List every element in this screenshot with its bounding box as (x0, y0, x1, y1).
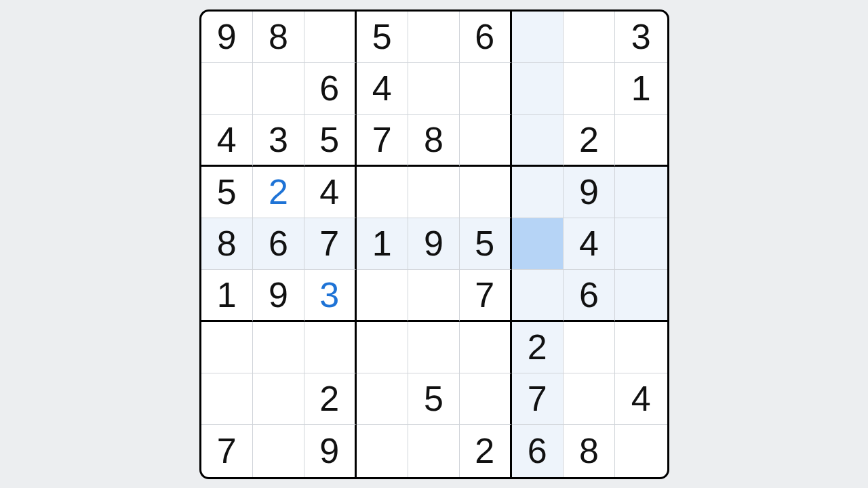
cell-r8-c7[interactable]: 7 (512, 373, 564, 425)
cell-r2-c3[interactable]: 6 (304, 63, 356, 115)
cell-r5-c7[interactable] (512, 218, 564, 270)
cell-r3-c4[interactable]: 7 (357, 115, 408, 166)
cell-r6-c6[interactable]: 7 (460, 270, 511, 321)
cell-r9-c2[interactable] (253, 425, 304, 476)
cell-r7-c5[interactable] (408, 322, 460, 373)
cell-r1-c6[interactable]: 6 (460, 12, 511, 63)
cell-r5-c6[interactable]: 5 (460, 218, 511, 270)
cell-r5-c3[interactable]: 7 (304, 218, 356, 270)
cell-r3-c3[interactable]: 5 (304, 115, 356, 166)
cell-r2-c9[interactable]: 1 (615, 63, 667, 115)
game-stage: 9856364143578252498671954193762257479268 (0, 0, 868, 488)
cell-r9-c9[interactable] (615, 425, 667, 476)
cell-r3-c5[interactable]: 8 (408, 115, 460, 166)
cell-r5-c4[interactable]: 1 (357, 218, 408, 270)
cell-r7-c7[interactable]: 2 (512, 322, 564, 373)
cell-r4-c2[interactable]: 2 (253, 167, 304, 218)
cell-r9-c8[interactable]: 8 (564, 425, 615, 476)
sudoku-board: 9856364143578252498671954193762257479268 (199, 9, 669, 479)
cell-r2-c1[interactable] (201, 63, 253, 115)
cell-r5-c2[interactable]: 6 (253, 218, 304, 270)
cell-r3-c7[interactable] (512, 115, 564, 166)
cell-r1-c5[interactable] (408, 12, 460, 63)
cell-r1-c8[interactable] (564, 12, 615, 63)
cell-r8-c6[interactable] (460, 373, 511, 425)
cell-r2-c2[interactable] (253, 63, 304, 115)
cell-r2-c7[interactable] (512, 63, 564, 115)
cell-r8-c3[interactable]: 2 (304, 373, 356, 425)
cell-r4-c3[interactable]: 4 (304, 167, 356, 218)
cell-r7-c4[interactable] (357, 322, 408, 373)
cell-r7-c8[interactable] (564, 322, 615, 373)
cell-r3-c6[interactable] (460, 115, 511, 166)
cell-r9-c6[interactable]: 2 (460, 425, 511, 476)
cell-r9-c4[interactable] (357, 425, 408, 476)
cell-r7-c2[interactable] (253, 322, 304, 373)
cell-r8-c9[interactable]: 4 (615, 373, 667, 425)
cell-r6-c1[interactable]: 1 (201, 270, 253, 321)
cell-r5-c5[interactable]: 9 (408, 218, 460, 270)
cell-r6-c7[interactable] (512, 270, 564, 321)
cell-r6-c3[interactable]: 3 (304, 270, 356, 321)
cell-r5-c9[interactable] (615, 218, 667, 270)
cell-r4-c6[interactable] (460, 167, 511, 218)
cell-r8-c2[interactable] (253, 373, 304, 425)
cell-r4-c4[interactable] (357, 167, 408, 218)
cell-r3-c8[interactable]: 2 (564, 115, 615, 166)
cell-r1-c3[interactable] (304, 12, 356, 63)
cell-r9-c7[interactable]: 6 (512, 425, 564, 476)
cell-r6-c4[interactable] (357, 270, 408, 321)
cell-r4-c7[interactable] (512, 167, 564, 218)
cell-r7-c3[interactable] (304, 322, 356, 373)
cell-r4-c8[interactable]: 9 (564, 167, 615, 218)
cell-r4-c5[interactable] (408, 167, 460, 218)
cell-r1-c4[interactable]: 5 (357, 12, 408, 63)
cell-r7-c1[interactable] (201, 322, 253, 373)
cell-r2-c4[interactable]: 4 (357, 63, 408, 115)
cell-r3-c9[interactable] (615, 115, 667, 166)
cell-r6-c5[interactable] (408, 270, 460, 321)
cell-r6-c8[interactable]: 6 (564, 270, 615, 321)
cell-r8-c5[interactable]: 5 (408, 373, 460, 425)
cell-r2-c5[interactable] (408, 63, 460, 115)
cell-r5-c8[interactable]: 4 (564, 218, 615, 270)
cell-r4-c1[interactable]: 5 (201, 167, 253, 218)
cell-r7-c6[interactable] (460, 322, 511, 373)
cell-r6-c2[interactable]: 9 (253, 270, 304, 321)
cell-r8-c8[interactable] (564, 373, 615, 425)
cell-r3-c2[interactable]: 3 (253, 115, 304, 166)
cell-r4-c9[interactable] (615, 167, 667, 218)
cell-r7-c9[interactable] (615, 322, 667, 373)
cell-r8-c1[interactable] (201, 373, 253, 425)
cell-r3-c1[interactable]: 4 (201, 115, 253, 166)
cell-r8-c4[interactable] (357, 373, 408, 425)
cell-r2-c6[interactable] (460, 63, 511, 115)
cell-r1-c9[interactable]: 3 (615, 12, 667, 63)
cell-r6-c9[interactable] (615, 270, 667, 321)
cell-r5-c1[interactable]: 8 (201, 218, 253, 270)
cell-r9-c5[interactable] (408, 425, 460, 476)
cell-r1-c2[interactable]: 8 (253, 12, 304, 63)
cell-r1-c7[interactable] (512, 12, 564, 63)
cell-r1-c1[interactable]: 9 (201, 12, 253, 63)
cell-r9-c3[interactable]: 9 (304, 425, 356, 476)
cell-r9-c1[interactable]: 7 (201, 425, 253, 476)
cell-r2-c8[interactable] (564, 63, 615, 115)
